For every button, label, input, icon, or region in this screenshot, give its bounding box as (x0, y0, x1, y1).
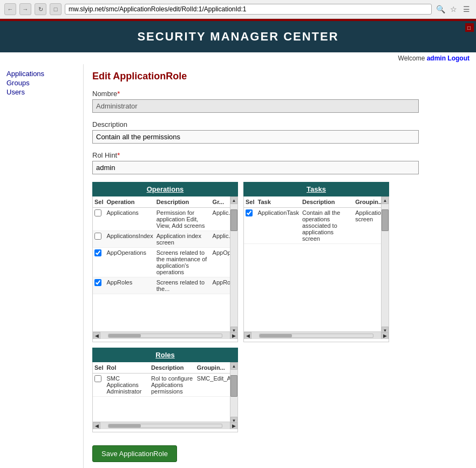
tasks-table: Sel Task Description Groupin... Applicat… (244, 196, 389, 244)
sidebar-item-groups[interactable]: Groups (6, 79, 77, 87)
tasks-row1-task: ApplicationTask (256, 208, 301, 244)
welcome-text: Welcome (398, 55, 427, 62)
roles-table-container: Sel Rol Description Groupin... SMC Appli… (92, 362, 238, 432)
table-row: ApplicationsIndex Application index scre… (93, 231, 237, 248)
ops-row4-checkbox[interactable] (94, 279, 101, 286)
roles-header: Roles (92, 348, 238, 362)
ops-row1-checkbox[interactable] (94, 209, 101, 216)
ops-scroll-up[interactable]: ▲ (230, 196, 237, 204)
nombre-group: Nombre* (92, 90, 467, 113)
ops-row3-checkbox[interactable] (94, 249, 101, 256)
logout-link[interactable]: Logout (447, 55, 470, 62)
ops-col-description: Description (155, 196, 211, 208)
operations-table: Sel Operation Description Gr... Applicat… (93, 196, 237, 294)
rol-hint-input[interactable] (92, 161, 419, 174)
roles-row1-rol: SMC Applications Administrator (105, 374, 149, 397)
roles-hscrollbar[interactable]: ◀ ▶ (93, 422, 237, 429)
tasks-hscrollbar[interactable]: ◀ ▶ (244, 331, 389, 339)
ops-row1-desc: Permission for application Edit, View, A… (155, 208, 211, 231)
ops-hscroll-thumb[interactable] (108, 334, 141, 337)
ops-row4-sel (93, 277, 105, 294)
tasks-vscrollbar[interactable]: ▲ ▼ (381, 196, 389, 334)
ops-row1-sel (93, 208, 105, 231)
back-button[interactable]: ← (4, 3, 16, 15)
ops-row2-checkbox[interactable] (94, 233, 101, 240)
app-title: SECURITY MANAGER CENTER (137, 30, 338, 43)
roles-vscrollbar[interactable]: ▲ ▼ (230, 362, 237, 424)
address-bar[interactable] (65, 4, 432, 15)
admin-link[interactable]: admin (427, 55, 446, 62)
rol-hint-group: Rol Hint* (92, 151, 467, 174)
roles-scroll-up[interactable]: ▲ (230, 362, 237, 370)
roles-row1-sel (93, 374, 105, 397)
tasks-link[interactable]: Tasks (307, 185, 326, 193)
tasks-scroll-right[interactable]: ▶ (381, 332, 389, 340)
ops-row4-desc: Screens related to the... (155, 277, 211, 294)
ops-scroll-left[interactable]: ◀ (93, 332, 100, 340)
content-area: Edit ApplicationRole Nombre* Description… (84, 64, 476, 468)
roles-scroll-left[interactable]: ◀ (93, 422, 100, 430)
roles-col-rol: Rol (105, 362, 149, 374)
table-row: AppOperations Screens related to the mai… (93, 248, 237, 277)
table-row: AppRoles Screens related to the... AppRo… (93, 277, 237, 294)
ops-col-operation: Operation (105, 196, 155, 208)
roles-hscroll-thumb[interactable] (108, 424, 141, 428)
tasks-scroll-thumb[interactable] (382, 209, 389, 231)
tasks-scroll-up[interactable]: ▲ (382, 196, 389, 204)
ops-row3-sel (93, 248, 105, 277)
description-input[interactable] (92, 130, 419, 144)
roles-scroll-area[interactable]: Sel Rol Description Groupin... SMC Appli… (93, 362, 237, 422)
search-icon[interactable]: 🔍 (435, 4, 446, 15)
rol-hint-required: * (117, 151, 120, 159)
menu-icon[interactable]: ☰ (461, 4, 472, 15)
save-button[interactable]: Save ApplicationRole (92, 445, 177, 462)
roles-scroll-right[interactable]: ▶ (230, 422, 237, 430)
tasks-hscroll-thumb[interactable] (260, 334, 292, 337)
ops-scroll-thumb[interactable] (230, 209, 237, 231)
roles-row1-checkbox[interactable] (94, 375, 101, 382)
tasks-header: Tasks (243, 182, 389, 196)
sidebar: Applications Groups Users (0, 64, 84, 468)
roles-scroll-track (230, 370, 237, 417)
ops-scroll-right[interactable]: ▶ (230, 332, 237, 340)
corner-decoration: □ (465, 23, 474, 32)
operations-panel: Operations Sel Operation Description Gr.… (92, 182, 238, 342)
operations-scroll-area[interactable]: Sel Operation Description Gr... Applicat… (93, 196, 237, 331)
reload-button[interactable]: ↻ (35, 3, 46, 15)
tasks-scroll-area[interactable]: Sel Task Description Groupin... Applicat… (244, 196, 389, 331)
tasks-row1-checkbox[interactable] (246, 209, 253, 216)
home-button[interactable]: □ (50, 3, 62, 15)
ops-col-sel: Sel (93, 196, 105, 208)
tasks-col-task: Task (256, 196, 301, 208)
tasks-panel: Tasks Sel Task Description Groupin... (243, 182, 389, 342)
roles-link[interactable]: Roles (155, 351, 174, 359)
ops-vscrollbar[interactable]: ▲ ▼ (230, 196, 237, 334)
ops-row3-desc: Screens related to the maintenance of ap… (155, 248, 211, 277)
ops-scroll-track (230, 204, 237, 327)
app-header: □ SECURITY MANAGER CENTER (0, 21, 476, 52)
sidebar-item-applications[interactable]: Applications (6, 70, 77, 78)
rol-hint-label: Rol Hint* (92, 151, 467, 159)
tasks-scroll-track (382, 204, 389, 327)
roles-col-sel: Sel (93, 362, 105, 374)
roles-panel: Roles Sel Rol Description Groupin... (92, 348, 238, 432)
bookmark-icon[interactable]: ☆ (448, 4, 459, 15)
ops-row4-operation: AppRoles (105, 277, 155, 294)
main-layout: Applications Groups Users Edit Applicati… (0, 64, 476, 468)
tasks-col-sel: Sel (244, 196, 256, 208)
roles-scroll-thumb[interactable] (230, 375, 237, 397)
ops-hscrollbar[interactable]: ◀ ▶ (93, 331, 237, 339)
ops-hscroll-track (108, 334, 222, 338)
welcome-bar: Welcome admin Logout (0, 52, 476, 64)
forward-button[interactable]: → (19, 3, 31, 15)
tasks-row1-desc: Contain all the operations associated to… (301, 208, 353, 244)
operations-link[interactable]: Operations (147, 185, 184, 193)
roles-hscroll-track (108, 424, 222, 428)
tasks-hscroll-track (259, 334, 373, 338)
nombre-input[interactable] (92, 99, 419, 113)
nombre-label: Nombre* (92, 90, 467, 98)
sidebar-item-users[interactable]: Users (6, 88, 77, 96)
ops-row2-operation: ApplicationsIndex (105, 231, 155, 248)
roles-col-description: Description (149, 362, 195, 374)
tasks-scroll-left[interactable]: ◀ (244, 332, 251, 340)
